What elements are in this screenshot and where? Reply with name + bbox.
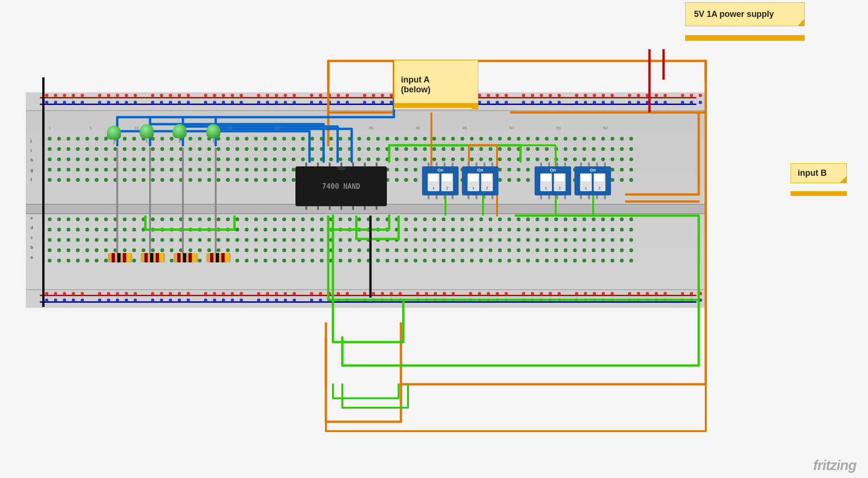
dip-switch-2[interactable]: On 1 2 <box>462 166 498 195</box>
rail-dots-bottom-red <box>45 292 702 295</box>
dip3-label: On <box>550 168 556 172</box>
ic-7400: 7400 NAND <box>295 166 387 206</box>
resistor-4 <box>206 253 231 262</box>
resistor-1 <box>108 253 132 262</box>
power-supply-note: 5V 1A power supply <box>685 2 805 26</box>
resistor-3 <box>174 253 198 262</box>
input-a-text: input A (below) <box>401 75 430 94</box>
dip-switch-3[interactable]: On 1 2 <box>535 166 571 195</box>
wire-black-left <box>42 77 45 307</box>
canvas: 7400 NAND On 1 <box>0 0 868 478</box>
led-2 <box>140 124 154 142</box>
fritzing-logo: fritzing <box>813 457 856 473</box>
input-a-bottom-strip <box>394 103 478 108</box>
led-1 <box>107 126 121 143</box>
input-b-bottom-strip <box>791 191 847 196</box>
resistor-2 <box>141 253 165 262</box>
input-b-note: input B <box>791 163 847 183</box>
input-b-text: input B <box>798 168 827 178</box>
row-labels-upper: jihgf <box>30 138 33 182</box>
power-note-bottom-strip <box>685 35 805 41</box>
led-4 <box>206 124 220 142</box>
breadboard-dots-lower <box>45 214 636 266</box>
dip1-label: On <box>438 168 444 172</box>
col-numbers-top: 1 5 10 15 20 25 30 35 40 45 50 55 60 <box>45 126 608 130</box>
ic-label: 7400 NAND <box>322 182 360 191</box>
rail-dots-top-blue <box>45 101 702 104</box>
rail-dots-top-red <box>45 94 702 97</box>
dip2-label: On <box>477 168 483 172</box>
rail-dots-bottom-blue <box>45 299 702 302</box>
row-labels-lower: edcba <box>30 216 33 260</box>
input-a-note: input A (below) <box>394 60 478 110</box>
dip4-label: On <box>590 168 596 172</box>
dip-switch-4[interactable]: On 1 2 <box>574 166 611 195</box>
power-supply-text: 5V 1A power supply <box>694 9 774 19</box>
fritzing-text: fritzing <box>813 457 856 473</box>
dip-switch-1[interactable]: On 1 2 <box>422 166 459 195</box>
led-3 <box>173 124 187 142</box>
